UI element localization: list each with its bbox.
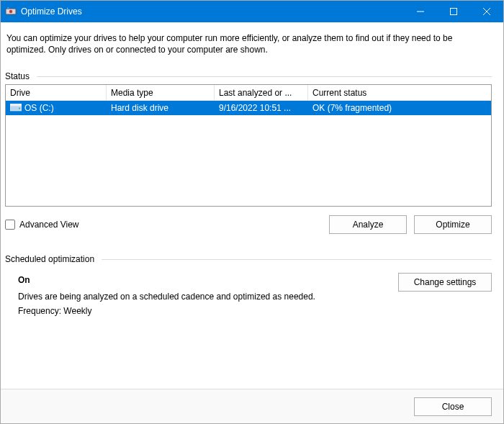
status-label-text: Status: [5, 71, 30, 81]
change-settings-button[interactable]: Change settings: [398, 273, 492, 292]
footer-bar: Close: [1, 389, 503, 423]
scheduled-frequency: Frequency: Weekly: [18, 304, 398, 318]
divider: [102, 259, 492, 260]
svg-point-9: [19, 108, 20, 109]
drives-list[interactable]: Drive Media type Last analyzed or ... Cu…: [5, 84, 492, 207]
maximize-button[interactable]: [437, 1, 470, 22]
drive-media: Hard disk drive: [107, 101, 215, 115]
svg-rect-2: [7, 7, 9, 9]
analyze-button[interactable]: Analyze: [329, 215, 407, 234]
drive-row[interactable]: OS (C:) Hard disk drive 9/16/2022 10:51 …: [6, 101, 491, 115]
svg-rect-8: [10, 104, 22, 106]
app-icon: [5, 6, 17, 17]
drive-name: OS (C:): [24, 103, 54, 113]
window-title: Optimize Drives: [21, 6, 82, 17]
drives-list-header: Drive Media type Last analyzed or ... Cu…: [6, 85, 491, 101]
col-header-media[interactable]: Media type: [107, 85, 215, 100]
status-section-label: Status: [5, 71, 492, 81]
divider: [37, 76, 492, 77]
svg-point-1: [9, 10, 12, 13]
scheduled-desc: Drives are being analyzed on a scheduled…: [18, 289, 398, 304]
titlebar[interactable]: Optimize Drives: [1, 1, 503, 22]
advanced-view-label: Advanced View: [19, 220, 79, 230]
close-button[interactable]: Close: [414, 397, 492, 416]
col-header-drive[interactable]: Drive: [6, 85, 107, 100]
checkbox-box: [5, 220, 15, 230]
scheduled-section-label: Scheduled optimization: [5, 254, 492, 264]
close-window-button[interactable]: [470, 1, 503, 22]
scheduled-state: On: [18, 273, 398, 287]
scheduled-label-text: Scheduled optimization: [5, 254, 94, 264]
svg-rect-4: [451, 9, 457, 15]
col-header-last[interactable]: Last analyzed or ...: [215, 85, 308, 100]
minimize-button[interactable]: [404, 1, 437, 22]
optimize-button[interactable]: Optimize: [414, 215, 492, 234]
intro-text: You can optimize your drives to help you…: [6, 32, 492, 55]
drive-status: OK (7% fragmented): [308, 101, 491, 115]
hdd-icon: [10, 104, 22, 112]
col-header-status[interactable]: Current status: [308, 85, 491, 100]
drive-last: 9/16/2022 10:51 ...: [215, 101, 308, 115]
advanced-view-checkbox[interactable]: Advanced View: [5, 220, 79, 230]
